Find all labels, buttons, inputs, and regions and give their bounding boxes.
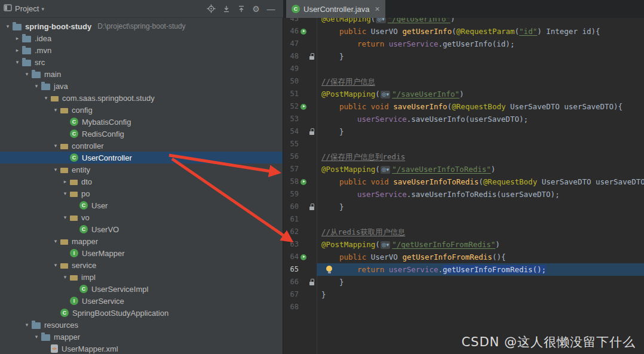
line-number[interactable]: 50 (283, 75, 299, 88)
code-text[interactable]: } (317, 201, 644, 213)
line-number[interactable]: 53 (283, 113, 299, 125)
line-number[interactable]: 65 (283, 263, 299, 276)
tree-item-mapper[interactable]: ▾mapper (0, 235, 283, 247)
request-mapping-gutter-icon[interactable] (299, 100, 308, 113)
code-line-45[interactable]: 45@GetMapping(◎▾"/getUserInfo") (283, 18, 644, 25)
chevron-down-icon[interactable]: ▾ (51, 107, 60, 113)
code-line-63[interactable]: 63@PostMapping(◎▾"/getUserInfoFromRedis"… (283, 238, 644, 251)
code-text[interactable]: public void saveUserInfo(@RequestBody Us… (317, 100, 644, 113)
code-line-67[interactable]: 67} (283, 288, 644, 301)
code-line-66[interactable]: 66} (283, 276, 644, 288)
tree-item-vo[interactable]: ▾vo (0, 211, 283, 223)
line-number[interactable]: 47 (283, 38, 299, 50)
chevron-down-icon[interactable]: ▾ (32, 83, 41, 89)
code-text[interactable] (317, 63, 644, 75)
line-number[interactable]: 62 (283, 226, 299, 238)
tree-item-uservo[interactable]: CUserVO (0, 223, 283, 235)
code-text[interactable]: userService.saveUserInfoToRedis(userSave… (317, 188, 644, 201)
tree-item-mapper[interactable]: ▾mapper (0, 331, 283, 343)
tree-item-resources[interactable]: ▾resources (0, 319, 283, 331)
code-line-56[interactable]: 56//保存用户信息到redis (283, 150, 644, 163)
intention-bulb-icon[interactable] (326, 266, 332, 272)
chevron-right-icon[interactable]: ▸ (13, 47, 22, 53)
code-line-68[interactable]: 68 (283, 301, 644, 313)
request-mapping-gutter-icon[interactable] (299, 251, 308, 263)
code-text[interactable]: } (317, 276, 644, 288)
request-mapping-gutter-icon[interactable] (299, 176, 308, 188)
expand-all-icon[interactable] (219, 2, 234, 16)
line-number[interactable]: 51 (283, 88, 299, 100)
code-line-49[interactable]: 49 (283, 63, 644, 75)
tree-item-service[interactable]: ▾service (0, 259, 283, 271)
chevron-down-icon[interactable]: ▾ (51, 262, 60, 268)
code-line-65[interactable]: 65return userService.getUserInfoFromRedi… (283, 263, 644, 276)
chevron-down-icon[interactable]: ▾ (23, 71, 31, 77)
tree-item-spring-boot-study[interactable]: ▾spring-boot-studyD:\project\spring-boot… (0, 20, 283, 32)
line-number[interactable]: 60 (283, 201, 299, 213)
line-number[interactable]: 55 (283, 138, 299, 150)
code-text[interactable]: //保存用户信息到redis (317, 150, 644, 163)
code-line-59[interactable]: 59userService.saveUserInfoToRedis(userSa… (283, 188, 644, 201)
project-selector[interactable]: Project (15, 4, 39, 13)
code-text[interactable]: return userService.getUserInfo(id); (317, 38, 644, 50)
tree-item-user[interactable]: CUser (0, 199, 283, 211)
tree-item-userservice[interactable]: IUserService (0, 295, 283, 307)
tree-item-impl[interactable]: ▾impl (0, 271, 283, 283)
tree-item-entity[interactable]: ▾entity (0, 164, 283, 176)
tab-usercontroller-java[interactable]: C UserController.java × (286, 0, 385, 18)
chevron-down-icon[interactable]: ▾ (61, 214, 69, 220)
chevron-down-icon[interactable]: ▾ (32, 334, 41, 340)
tree-item-dto[interactable]: ▸dto (0, 176, 283, 187)
line-number[interactable]: 63 (283, 238, 299, 251)
code-line-58[interactable]: 58public void saveUserInfoToRedis(@Reque… (283, 176, 644, 188)
chevron-down-icon[interactable]: ▾ (51, 238, 60, 244)
code-text[interactable] (317, 138, 644, 150)
tree-item-mybatisconfig[interactable]: CMybatisConfig (0, 116, 283, 128)
editor-pane[interactable]: 45@GetMapping(◎▾"/getUserInfo")46public … (283, 18, 644, 354)
chevron-down-icon[interactable]: ▾ (61, 190, 69, 196)
code-text[interactable]: @PostMapping(◎▾"/saveUserInfo") (317, 88, 644, 100)
code-line-52[interactable]: 52public void saveUserInfo(@RequestBody … (283, 100, 644, 113)
collapse-all-icon[interactable] (234, 2, 249, 16)
tree-item-controller[interactable]: ▾controller (0, 140, 283, 152)
line-number[interactable]: 54 (283, 125, 299, 138)
tree-item-springbootstudyapplication[interactable]: CSpringBootStudyApplication (0, 307, 283, 319)
line-number[interactable]: 59 (283, 188, 299, 201)
code-line-48[interactable]: 48} (283, 50, 644, 63)
line-number[interactable]: 48 (283, 50, 299, 63)
code-text[interactable]: } (317, 125, 644, 138)
code-text[interactable]: @PostMapping(◎▾"/getUserInfoFromRedis") (317, 238, 644, 251)
code-line-55[interactable]: 55 (283, 138, 644, 150)
line-number[interactable]: 61 (283, 213, 299, 226)
code-line-54[interactable]: 54} (283, 125, 644, 138)
close-icon[interactable]: × (375, 5, 380, 13)
code-line-53[interactable]: 53userService.saveUserInfo(userSaveDTO); (283, 113, 644, 125)
chevron-down-icon[interactable]: ▾ (13, 59, 22, 65)
code-text[interactable] (317, 213, 644, 226)
request-mapping-gutter-icon[interactable] (299, 25, 308, 38)
line-number[interactable]: 68 (283, 301, 299, 313)
tree-item-redisconfig[interactable]: CRedisConfig (0, 128, 283, 140)
code-line-51[interactable]: 51@PostMapping(◎▾"/saveUserInfo") (283, 88, 644, 100)
code-text[interactable] (317, 301, 644, 313)
code-line-46[interactable]: 46public UserVO getUserInfo(@RequestPara… (283, 25, 644, 38)
code-text[interactable]: @GetMapping(◎▾"/getUserInfo") (317, 18, 644, 25)
tree-item-com-saas-springboot-study[interactable]: ▾com.saas.springboot.study (0, 92, 283, 104)
url-inlay-icon[interactable]: ◎▾ (381, 241, 390, 249)
code-text[interactable]: public UserVO getUserInfo(@RequestParam(… (317, 25, 644, 38)
tree-item-config[interactable]: ▾config (0, 104, 283, 116)
line-number[interactable]: 58 (283, 176, 299, 188)
chevron-down-icon[interactable]: ▾ (61, 274, 69, 280)
tree-item-usermapper-xml[interactable]: </>UserMapper.xml (0, 343, 283, 354)
code-text[interactable]: return userService.getUserInfoFromRedis(… (317, 263, 644, 276)
code-text[interactable]: userService.saveUserInfo(userSaveDTO); (317, 113, 644, 125)
hide-panel-icon[interactable]: — (263, 2, 278, 16)
code-text[interactable]: public UserVO getUserInfoFromRedis(){ (317, 251, 644, 263)
code-line-47[interactable]: 47return userService.getUserInfo(id); (283, 38, 644, 50)
code-line-64[interactable]: 64public UserVO getUserInfoFromRedis(){ (283, 251, 644, 263)
chevron-right-icon[interactable]: ▸ (61, 178, 69, 184)
code-line-50[interactable]: 50//保存用户信息 (283, 75, 644, 88)
line-number[interactable]: 57 (283, 163, 299, 176)
chevron-down-icon[interactable]: ▾ (41, 6, 44, 12)
line-number[interactable]: 45 (283, 18, 299, 25)
